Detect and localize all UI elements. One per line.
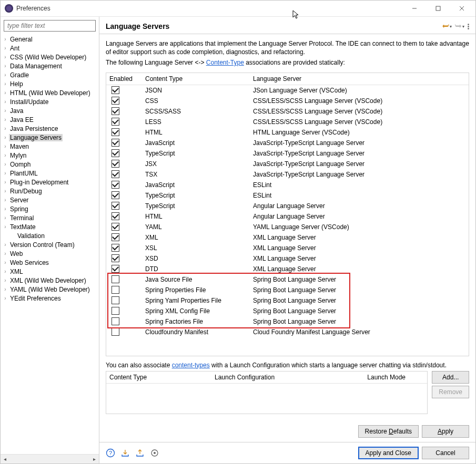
scroll-right-icon[interactable]: ▸: [90, 455, 99, 463]
chevron-right-icon[interactable]: ›: [2, 215, 9, 221]
table-row[interactable]: Java Source FileSpring Boot Language Ser…: [106, 274, 469, 285]
chevron-right-icon[interactable]: ›: [2, 269, 9, 274]
enabled-checkbox[interactable]: [112, 233, 119, 241]
enabled-checkbox[interactable]: [112, 307, 119, 315]
table-row[interactable]: HTMLAngular Language Server: [106, 211, 469, 222]
apply-button[interactable]: Apply: [422, 425, 469, 438]
tree-item-yaml-wild-web-developer[interactable]: ›YAML (Wild Web Developer): [2, 285, 99, 294]
chevron-right-icon[interactable]: ›: [2, 224, 9, 230]
chevron-right-icon[interactable]: ›: [2, 63, 9, 69]
table-row[interactable]: TypeScriptJavaScript-TypeScript Language…: [106, 148, 469, 159]
tree-item-java[interactable]: ›Java: [2, 106, 99, 115]
enabled-checkbox[interactable]: [112, 296, 119, 304]
chevron-right-icon[interactable]: ›: [2, 206, 9, 212]
chevron-right-icon[interactable]: ›: [2, 242, 9, 248]
oomph-icon[interactable]: [150, 448, 159, 458]
chevron-right-icon[interactable]: ›: [2, 260, 9, 265]
view-menu-icon[interactable]: [468, 24, 469, 29]
tree-item-yedit-preferences[interactable]: ›YEdit Preferences: [2, 294, 99, 303]
chevron-right-icon[interactable]: ›: [2, 72, 9, 78]
table-row[interactable]: TSXJavaScript-TypeScript Language Server: [106, 169, 469, 180]
tree-item-version-control-team[interactable]: ›Version Control (Team): [2, 240, 99, 249]
table-row[interactable]: XSLXML Language Server: [106, 243, 469, 253]
chevron-right-icon[interactable]: ›: [2, 108, 9, 114]
table-row[interactable]: Spring XML Config FileSpring Boot Langua…: [106, 306, 469, 316]
enabled-checkbox[interactable]: [112, 317, 119, 325]
th2-content-type[interactable]: Content Type: [106, 374, 211, 381]
enabled-checkbox[interactable]: [112, 107, 119, 115]
content-types-link[interactable]: content-types: [172, 362, 210, 369]
tree-item-oomph[interactable]: ›Oomph: [2, 160, 99, 169]
import-icon[interactable]: [120, 448, 130, 458]
table-row[interactable]: XSDXML Language Server: [106, 253, 469, 264]
help-icon[interactable]: ?: [106, 448, 115, 458]
chevron-right-icon[interactable]: ›: [2, 188, 9, 194]
table-row[interactable]: Spring Properties FileSpring Boot Langua…: [106, 285, 469, 295]
tree-item-xml[interactable]: ›XML: [2, 267, 99, 276]
chevron-right-icon[interactable]: ›: [2, 251, 9, 256]
enabled-checkbox[interactable]: [112, 286, 119, 294]
chevron-right-icon[interactable]: ›: [2, 286, 9, 292]
enabled-checkbox[interactable]: [112, 328, 119, 336]
chevron-right-icon[interactable]: ›: [2, 277, 9, 283]
tree-item-maven[interactable]: ›Maven: [2, 142, 99, 151]
chevron-right-icon[interactable]: ›: [2, 170, 9, 176]
tree-item-spring[interactable]: ›Spring: [2, 204, 99, 213]
th-enabled[interactable]: Enabled: [106, 75, 142, 83]
tree-item-gradle[interactable]: ›Gradle: [2, 70, 99, 79]
enabled-checkbox[interactable]: [112, 212, 119, 220]
chevron-right-icon[interactable]: ›: [2, 152, 9, 158]
chevron-right-icon[interactable]: ›: [2, 45, 9, 51]
tree-item-terminal[interactable]: ›Terminal: [2, 213, 99, 222]
enabled-checkbox[interactable]: [112, 191, 119, 199]
enabled-checkbox[interactable]: [112, 181, 119, 189]
table-row[interactable]: JavaScriptJavaScript-TypeScript Language…: [106, 138, 469, 148]
chevron-right-icon[interactable]: ›: [2, 179, 9, 185]
tree-item-java-ee[interactable]: ›Java EE: [2, 115, 99, 124]
tree-item-language-servers[interactable]: ›Language Servers: [2, 133, 99, 142]
restore-defaults-button[interactable]: Restore Defaults: [358, 425, 419, 438]
th2-launch-config[interactable]: Launch Configuration: [211, 374, 364, 381]
table-row[interactable]: TypeScriptESLint: [106, 190, 469, 201]
maximize-button[interactable]: [426, 1, 450, 16]
enabled-checkbox[interactable]: [112, 139, 119, 147]
enabled-checkbox[interactable]: [112, 170, 119, 178]
chevron-right-icon[interactable]: ›: [2, 54, 9, 60]
chevron-right-icon[interactable]: ›: [2, 81, 9, 87]
th2-launch-mode[interactable]: Launch Mode: [364, 374, 427, 381]
preferences-tree[interactable]: ›General›Ant›CSS (Wild Web Developer)›Da…: [1, 35, 99, 454]
chevron-right-icon[interactable]: ›: [2, 117, 9, 122]
enabled-checkbox[interactable]: [112, 86, 119, 94]
enabled-checkbox[interactable]: [112, 118, 119, 126]
chevron-right-icon[interactable]: ›: [2, 295, 9, 301]
horizontal-scrollbar[interactable]: ◂ ▸: [1, 454, 99, 463]
tree-item-run-debug[interactable]: ›Run/Debug: [2, 187, 99, 195]
enabled-checkbox[interactable]: [112, 244, 119, 252]
table-row[interactable]: DTDXML Language Server: [106, 264, 469, 274]
enabled-checkbox[interactable]: [112, 265, 119, 273]
chevron-right-icon[interactable]: ›: [2, 126, 9, 131]
chevron-right-icon[interactable]: ›: [2, 99, 9, 105]
enabled-checkbox[interactable]: [112, 275, 119, 283]
tree-item-plug-in-development[interactable]: ›Plug-in Development: [2, 178, 99, 187]
enabled-checkbox[interactable]: [112, 223, 119, 231]
tree-item-ant[interactable]: ›Ant: [2, 44, 99, 53]
export-icon[interactable]: [135, 448, 145, 458]
enabled-checkbox[interactable]: [112, 128, 119, 136]
chevron-right-icon[interactable]: ›: [2, 197, 9, 203]
tree-item-web[interactable]: ›Web: [2, 249, 99, 258]
tree-item-mylyn[interactable]: ›Mylyn: [2, 151, 99, 160]
forward-button[interactable]: ⮩▾: [455, 23, 464, 30]
tree-item-install-update[interactable]: ›Install/Update: [2, 97, 99, 106]
chevron-right-icon[interactable]: ›: [2, 36, 9, 42]
table-row[interactable]: JavaScriptESLint: [106, 180, 469, 190]
tree-item-general[interactable]: ›General: [2, 35, 99, 44]
chevron-right-icon[interactable]: ›: [2, 90, 9, 96]
chevron-right-icon[interactable]: ›: [2, 135, 9, 140]
table-row[interactable]: Spring Factories FileSpring Boot Languag…: [106, 316, 469, 327]
enabled-checkbox[interactable]: [112, 97, 119, 105]
table-row[interactable]: Spring Yaml Properties FileSpring Boot L…: [106, 295, 469, 306]
cancel-button[interactable]: Cancel: [422, 447, 469, 459]
tree-item-html-wild-web-developer[interactable]: ›HTML (Wild Web Developer): [2, 88, 99, 97]
chevron-right-icon[interactable]: ›: [2, 161, 9, 167]
